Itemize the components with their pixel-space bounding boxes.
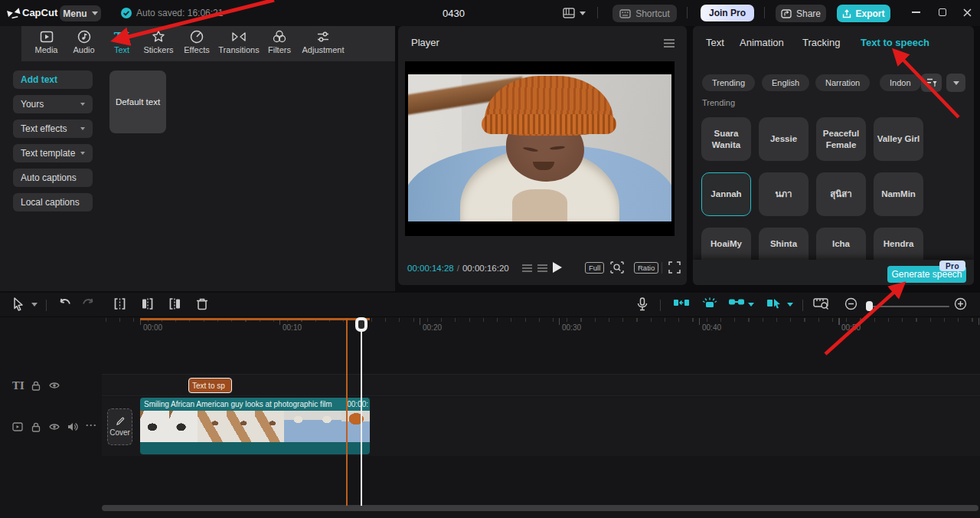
effects-icon	[189, 29, 204, 44]
zoom-out-icon[interactable]	[844, 297, 858, 310]
divider	[660, 300, 661, 311]
tab-tracking[interactable]: Tracking	[802, 37, 840, 48]
capcut-editor-window: CapCut Menu Auto saved: 16:06:21 0430 Sh…	[0, 0, 980, 518]
playhead-line[interactable]	[361, 331, 362, 506]
pencil-icon	[116, 417, 125, 426]
video-clip[interactable]: Smiling African American guy looks at ph…	[140, 398, 370, 454]
share-button[interactable]: Share	[776, 5, 826, 22]
fullscreen-icon[interactable]	[668, 261, 681, 274]
text-clip[interactable]: Text to sp	[188, 378, 232, 393]
tab-media[interactable]: Media	[25, 29, 67, 54]
current-time: 00:00:14:28	[407, 264, 454, 273]
chevron-down-icon	[80, 152, 85, 155]
chip-trending[interactable]: Trending	[702, 74, 755, 91]
filter-icon	[926, 78, 937, 87]
track-display-icon[interactable]	[522, 264, 532, 273]
player-menu-icon[interactable]	[664, 39, 675, 48]
link-clips-icon[interactable]	[729, 297, 744, 307]
sidebar-item-yours[interactable]: Yours	[13, 95, 93, 113]
play-button[interactable]	[552, 261, 563, 274]
track-display-alt-icon[interactable]	[537, 264, 547, 273]
voice-card[interactable]: Jessie	[759, 117, 808, 161]
sidebar-item-add-text[interactable]: Add text	[13, 70, 93, 89]
default-text-card[interactable]: Default text	[109, 70, 166, 133]
tab-stickers[interactable]: Stickers	[136, 29, 181, 54]
filter-button[interactable]	[921, 74, 942, 92]
minimize-button[interactable]	[910, 6, 922, 18]
shortcut-button[interactable]: Shortcut	[612, 5, 677, 22]
auto-select-chevron-icon[interactable]	[787, 303, 793, 307]
select-tool-icon[interactable]	[12, 297, 24, 311]
voice-card[interactable]: Valley Girl	[874, 117, 923, 161]
lock-icon[interactable]	[31, 381, 41, 391]
tab-transitions[interactable]: Transitions	[212, 29, 266, 54]
zoom-slider[interactable]	[868, 306, 949, 307]
chevron-down-icon	[92, 11, 98, 15]
ratio-button[interactable]: Ratio	[634, 262, 658, 274]
text-track-lane[interactable]	[102, 374, 980, 396]
zoom-slider-handle[interactable]	[866, 301, 873, 311]
split-keep-left-icon[interactable]	[141, 297, 154, 310]
tab-audio[interactable]: Audio	[63, 29, 105, 54]
chip-narration[interactable]: Narration	[815, 74, 870, 91]
redo-icon[interactable]	[81, 297, 95, 310]
capcut-logo	[7, 6, 21, 20]
lock-icon[interactable]	[31, 422, 41, 432]
export-button[interactable]: Export	[837, 5, 890, 22]
zoom-in-icon[interactable]	[954, 297, 967, 310]
main-track-magnet-icon[interactable]	[702, 297, 717, 310]
voice-card[interactable]: NamMin	[874, 172, 923, 216]
sidebar-item-text-template[interactable]: Text template	[13, 144, 93, 162]
edit-cover-button[interactable]: Cover	[107, 408, 132, 445]
playhead-handle[interactable]	[355, 317, 368, 332]
split-keep-right-icon[interactable]	[168, 297, 181, 310]
more-filters-button[interactable]	[946, 74, 965, 92]
voice-card[interactable]: สุนิสา	[816, 172, 866, 216]
mute-speaker-icon[interactable]	[67, 422, 78, 431]
more-options-icon[interactable]: ···	[86, 420, 97, 431]
record-voiceover-icon[interactable]	[637, 297, 648, 311]
magnetic-snap-icon[interactable]	[674, 297, 689, 308]
playback-timecode: 00:00:14:28 / 00:00:16:20	[407, 264, 509, 273]
workspace-layout-icon[interactable]	[563, 8, 575, 18]
split-icon[interactable]	[113, 297, 126, 310]
sidebar-item-auto-captions[interactable]: Auto captions	[13, 169, 93, 187]
sidebar-item-local-captions[interactable]: Local captions	[13, 193, 93, 211]
share-icon	[781, 9, 792, 18]
sidebar-item-text-effects[interactable]: Text effects	[13, 120, 93, 138]
menu-button[interactable]: Menu	[60, 5, 101, 21]
chip-english[interactable]: English	[762, 74, 809, 91]
sticker-icon	[151, 29, 166, 44]
voice-card[interactable]: Peaceful Female	[816, 117, 866, 161]
tab-animation[interactable]: Animation	[740, 37, 784, 48]
video-preview[interactable]	[405, 61, 675, 236]
timeline-ruler[interactable]: 00:00 00:10 00:20 00:30 00:40 00:50	[102, 318, 980, 335]
full-button[interactable]: Full	[585, 262, 604, 274]
timeline-scrollbar[interactable]	[102, 505, 978, 511]
tab-text-to-speech[interactable]: Text to speech	[861, 37, 929, 48]
delete-icon[interactable]	[196, 297, 208, 310]
focus-zoom-icon[interactable]	[610, 261, 624, 274]
video-clip-duration: 00:00:	[345, 398, 368, 411]
voice-card[interactable]: Suara Wanita	[701, 117, 751, 161]
join-pro-button[interactable]: Join Pro	[701, 5, 754, 21]
tab-text-settings[interactable]: Text	[706, 37, 724, 48]
layout-chevron-icon[interactable]	[580, 11, 586, 15]
auto-select-icon[interactable]	[767, 297, 782, 309]
undo-icon[interactable]	[58, 297, 72, 310]
timeline-section: 00:00 00:10 00:20 00:30 00:40 00:50 TI	[0, 293, 980, 518]
close-button[interactable]	[961, 6, 973, 18]
export-icon	[842, 9, 851, 18]
link-options-chevron-icon[interactable]	[748, 303, 754, 307]
chip-indonesian[interactable]: Indon	[880, 74, 921, 91]
tab-adjustment[interactable]: Adjustment	[295, 29, 351, 54]
select-tool-chevron-icon[interactable]	[31, 303, 38, 307]
eye-icon[interactable]	[49, 423, 60, 431]
voice-card-selected[interactable]: Jannah	[701, 172, 751, 216]
restore-button[interactable]	[936, 6, 949, 18]
voice-card[interactable]: นภา	[759, 172, 808, 216]
tab-filters[interactable]: Filters	[259, 29, 300, 54]
preview-axis-icon[interactable]	[813, 297, 830, 310]
eye-icon[interactable]	[49, 382, 60, 389]
media-icon	[39, 29, 54, 44]
